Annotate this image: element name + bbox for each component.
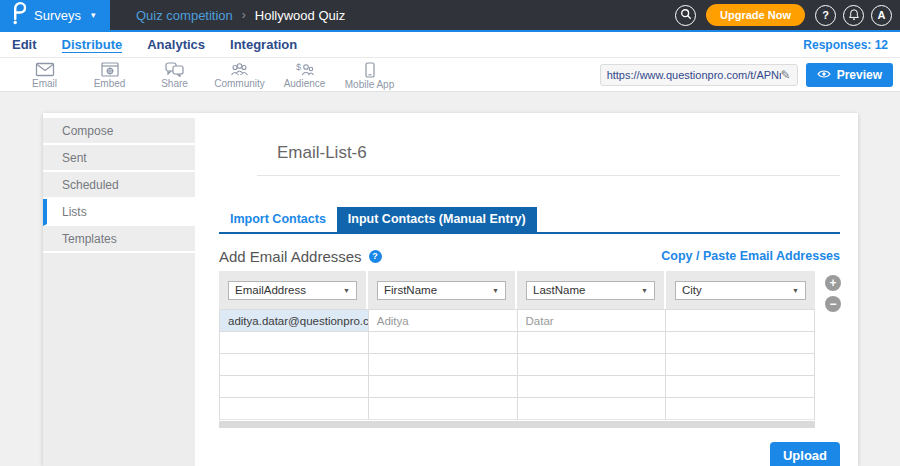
table-row	[220, 354, 815, 376]
toolbar-item-mobile-app[interactable]: Mobile App	[337, 60, 402, 90]
contacts-tabs: Import Contacts Input Contacts (Manual E…	[219, 207, 840, 234]
cell-lastname[interactable]	[518, 398, 667, 420]
cell-email[interactable]	[220, 332, 369, 354]
cell-email[interactable]	[220, 376, 369, 398]
sidebar-item-compose[interactable]: Compose	[43, 118, 195, 145]
cell-lastname[interactable]	[518, 332, 667, 354]
sidebar-item-sent[interactable]: Sent	[43, 145, 195, 172]
surveys-menu-button[interactable]: Surveys ▾	[0, 0, 110, 31]
contacts-table: EmailAddress ▼ FirstName ▼ LastName	[219, 271, 815, 428]
email-icon	[35, 62, 55, 77]
bell-icon	[848, 8, 860, 23]
chevron-down-icon: ▼	[343, 287, 350, 294]
column-select-lastname[interactable]: LastName ▼	[526, 281, 655, 300]
column-header-lastname: LastName ▼	[517, 271, 666, 309]
copy-paste-email-link[interactable]: Copy / Paste Email Addresses	[661, 249, 840, 263]
row-operations: + −	[825, 275, 841, 312]
mobile-app-icon	[364, 62, 376, 78]
contacts-table-header: EmailAddress ▼ FirstName ▼ LastName	[219, 271, 815, 309]
notifications-button[interactable]	[843, 5, 864, 26]
email-sidebar: Compose Sent Scheduled Lists Templates	[43, 113, 195, 466]
toolbar-right: https://www.questionpro.com/t/APNrFZ ✎ P…	[600, 63, 893, 87]
cell-firstname[interactable]	[369, 332, 518, 354]
column-header-emailaddress: EmailAddress ▼	[219, 271, 368, 309]
column-header-city: City ▼	[666, 271, 815, 309]
surveys-menu-label: Surveys	[34, 8, 81, 23]
cell-email[interactable]	[220, 354, 369, 376]
add-email-addresses-title: Add Email Addresses	[219, 248, 362, 265]
add-row-button[interactable]: +	[825, 275, 841, 291]
cell-lastname[interactable]	[518, 376, 667, 398]
cell-email[interactable]	[220, 398, 369, 420]
column-select-city[interactable]: City ▼	[675, 281, 806, 300]
cell-firstname[interactable]: Aditya	[369, 310, 518, 332]
nav-item-analytics[interactable]: Analytics	[147, 37, 205, 52]
table-row	[220, 332, 815, 354]
toolbar-item-share[interactable]: Share	[142, 60, 207, 89]
horizontal-scrollbar[interactable]	[219, 421, 815, 428]
breadcrumb: Quiz competition › Hollywood Quiz	[136, 8, 345, 23]
distribute-toolbar: Email Embed Share	[0, 58, 900, 92]
survey-nav: Edit Distribute Analytics Integration Re…	[0, 32, 900, 58]
community-icon	[230, 62, 249, 77]
survey-url-field[interactable]: https://www.questionpro.com/t/APNrFZ ✎	[600, 64, 798, 86]
toolbar-item-audience[interactable]: $ Audience	[272, 60, 337, 89]
table-row	[220, 398, 815, 420]
page-content: Compose Sent Scheduled Lists Templates E…	[0, 92, 900, 466]
embed-icon	[101, 62, 119, 77]
email-lists-card: Compose Sent Scheduled Lists Templates E…	[43, 113, 858, 466]
chevron-down-icon: ▼	[641, 287, 648, 294]
cell-city[interactable]	[666, 310, 815, 332]
sidebar-item-scheduled[interactable]: Scheduled	[43, 172, 195, 199]
audience-icon: $	[295, 62, 314, 77]
sidebar-filler	[43, 253, 195, 466]
cell-firstname[interactable]	[369, 398, 518, 420]
cell-email[interactable]: aditya.datar@questionpro.com	[220, 310, 369, 332]
list-title: Email-List-6	[277, 143, 840, 163]
column-select-firstname[interactable]: FirstName ▼	[377, 281, 506, 300]
tab-import-contacts[interactable]: Import Contacts	[219, 207, 337, 232]
cell-firstname[interactable]	[369, 376, 518, 398]
cell-city[interactable]	[666, 398, 815, 420]
edit-url-icon[interactable]: ✎	[781, 68, 791, 82]
cell-lastname[interactable]	[518, 354, 667, 376]
add-emails-header-row: Add Email Addresses ? Copy / Paste Email…	[219, 247, 840, 265]
preview-label: Preview	[837, 68, 882, 82]
preview-button[interactable]: Preview	[806, 63, 893, 87]
column-select-emailaddress[interactable]: EmailAddress ▼	[228, 281, 357, 300]
cell-city[interactable]	[666, 354, 815, 376]
remove-row-button[interactable]: −	[825, 296, 841, 312]
nav-item-distribute[interactable]: Distribute	[62, 37, 123, 53]
tab-input-contacts-manual-entry[interactable]: Input Contacts (Manual Entry)	[337, 207, 537, 232]
upload-button[interactable]: Upload	[770, 442, 840, 466]
eye-icon	[817, 68, 831, 82]
table-row	[220, 376, 815, 398]
responses-count[interactable]: Responses: 12	[803, 38, 888, 52]
header-actions: Upgrade Now ? A	[675, 4, 900, 26]
table-row: aditya.datar@questionpro.com Aditya Data…	[220, 310, 815, 332]
breadcrumb-current: Hollywood Quiz	[255, 8, 345, 23]
toolbar-item-email[interactable]: Email	[12, 60, 77, 89]
help-button[interactable]: ?	[815, 5, 836, 26]
search-icon	[680, 8, 692, 22]
chevron-down-icon: ▼	[492, 287, 499, 294]
cell-city[interactable]	[666, 376, 815, 398]
breadcrumb-separator-icon: ›	[242, 8, 246, 22]
help-icon[interactable]: ?	[369, 250, 382, 263]
cell-lastname[interactable]: Datar	[518, 310, 667, 332]
cell-city[interactable]	[666, 332, 815, 354]
toolbar-item-community[interactable]: Community	[207, 60, 272, 89]
nav-item-integration[interactable]: Integration	[230, 37, 297, 52]
cell-firstname[interactable]	[369, 354, 518, 376]
title-divider	[257, 175, 840, 176]
search-button[interactable]	[675, 5, 696, 26]
sidebar-item-templates[interactable]: Templates	[43, 226, 195, 253]
chevron-down-icon: ▼	[792, 287, 799, 294]
avatar[interactable]: A	[871, 5, 892, 26]
sidebar-item-lists[interactable]: Lists	[43, 199, 195, 226]
upgrade-now-button[interactable]: Upgrade Now	[706, 4, 805, 26]
nav-item-edit[interactable]: Edit	[12, 37, 37, 52]
breadcrumb-parent[interactable]: Quiz competition	[136, 8, 233, 23]
svg-text:$: $	[296, 62, 301, 72]
toolbar-item-embed[interactable]: Embed	[77, 60, 142, 89]
